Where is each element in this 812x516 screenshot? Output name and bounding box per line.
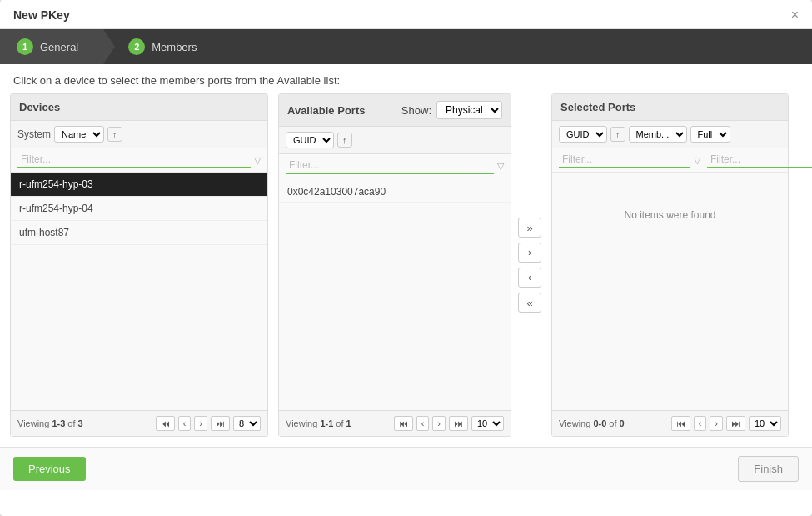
sel-last-page-btn[interactable]: ⏭ bbox=[726, 416, 745, 431]
selected-filter-input-2[interactable] bbox=[707, 152, 812, 168]
available-panel-header: Available Ports Show: Physical bbox=[279, 94, 511, 127]
selected-panel: Selected Ports GUID ↑ Memb... Full bbox=[551, 93, 789, 437]
memb-value-select[interactable]: Full bbox=[690, 126, 730, 143]
panels-wrapper: Devices System Name ↑ ▽ r-ufm254-hyp-03 … bbox=[0, 93, 812, 447]
selected-total: 0 bbox=[620, 418, 625, 428]
modal-title: New PKey bbox=[13, 8, 70, 22]
available-filter-icon[interactable]: ▽ bbox=[497, 161, 504, 172]
step-members[interactable]: 2 Members bbox=[103, 29, 213, 64]
avail-last-page-btn[interactable]: ⏭ bbox=[449, 416, 468, 431]
show-control: Show: Physical bbox=[401, 101, 502, 119]
modal-footer: Previous Finish bbox=[0, 447, 812, 490]
system-col-select[interactable]: Name bbox=[54, 126, 104, 143]
modal-header: New PKey × bbox=[0, 0, 812, 29]
selected-panel-body: GUID ↑ Memb... Full ▽ ▽ bbox=[552, 121, 788, 410]
prev-page-btn[interactable]: ‹ bbox=[178, 416, 192, 431]
selected-filter-input-1[interactable] bbox=[559, 152, 690, 168]
steps-bar: 1 General 2 Members bbox=[0, 29, 812, 64]
no-items-text: No items were found bbox=[552, 209, 788, 221]
available-range: 1-1 bbox=[320, 418, 333, 428]
available-page-size[interactable]: 10 bbox=[471, 416, 504, 431]
step1-number: 1 bbox=[17, 38, 33, 55]
devices-panel-title: Devices bbox=[19, 101, 60, 113]
first-page-btn[interactable]: ⏮ bbox=[156, 416, 175, 431]
devices-total: 3 bbox=[78, 418, 83, 428]
available-filter-input[interactable] bbox=[286, 158, 494, 174]
selected-panel-header: Selected Ports bbox=[552, 94, 788, 121]
available-of: of bbox=[333, 418, 346, 428]
selected-panel-title: Selected Ports bbox=[560, 101, 635, 113]
device-list: r-ufm254-hyp-03 r-ufm254-hyp-04 ufm-host… bbox=[11, 173, 267, 410]
move-left-btn[interactable]: ‹ bbox=[518, 268, 541, 288]
available-panel-title: Available Ports bbox=[287, 104, 365, 117]
step2-number: 2 bbox=[128, 38, 145, 55]
previous-button[interactable]: Previous bbox=[13, 457, 86, 481]
step1-arrow bbox=[103, 29, 115, 64]
selected-of: of bbox=[606, 418, 619, 428]
finish-button[interactable]: Finish bbox=[738, 456, 799, 482]
devices-filter-row: ▽ bbox=[11, 148, 267, 173]
sel-prev-page-btn[interactable]: ‹ bbox=[694, 416, 707, 431]
move-all-right-btn[interactable]: » bbox=[518, 218, 541, 238]
selected-col-select[interactable]: GUID bbox=[559, 126, 607, 143]
selected-panel-footer: Viewing 0-0 of 0 ⏮ ‹ › ⏭ 10 bbox=[552, 410, 788, 436]
modal: New PKey × 1 General 2 Members Click on … bbox=[0, 0, 812, 516]
selected-viewing-label: Viewing 0-0 of 0 bbox=[559, 418, 625, 428]
selected-range: 0-0 bbox=[593, 418, 606, 428]
selected-filter-row: ▽ ▽ bbox=[552, 148, 788, 173]
show-dropdown[interactable]: Physical bbox=[436, 101, 502, 119]
device-item[interactable]: r-ufm254-hyp-03 bbox=[11, 173, 267, 197]
devices-panel-header: Devices bbox=[11, 94, 267, 121]
transfer-buttons: » › ‹ « bbox=[511, 218, 548, 313]
available-panel-body: GUID ↑ ▽ 0x0c42a103007aca90 bbox=[279, 127, 511, 410]
avail-first-page-btn[interactable]: ⏮ bbox=[394, 416, 413, 431]
devices-toolbar: System Name ↑ bbox=[11, 121, 267, 148]
selected-page-size[interactable]: 10 bbox=[749, 416, 781, 431]
step-general[interactable]: 1 General bbox=[0, 29, 103, 64]
devices-range: 1-3 bbox=[52, 418, 65, 428]
devices-filter-input[interactable] bbox=[17, 152, 251, 168]
devices-filter-icon[interactable]: ▽ bbox=[254, 155, 261, 166]
devices-viewing-label: Viewing 1-3 of 3 bbox=[17, 418, 83, 428]
selected-sort-btn[interactable]: ↑ bbox=[610, 127, 625, 142]
step1-label: General bbox=[40, 41, 78, 53]
devices-panel-body: System Name ↑ ▽ r-ufm254-hyp-03 r-ufm254… bbox=[11, 121, 267, 410]
sel-first-page-btn[interactable]: ⏮ bbox=[671, 416, 690, 431]
available-col-select[interactable]: GUID bbox=[286, 132, 334, 148]
selected-port-list: No items were found bbox=[552, 173, 788, 410]
available-filter-row: ▽ bbox=[279, 154, 511, 178]
device-item[interactable]: ufm-host87 bbox=[11, 221, 267, 245]
info-text: Click on a device to select the members … bbox=[0, 64, 812, 93]
available-panel: Available Ports Show: Physical GUID ↑ bbox=[278, 93, 511, 437]
selected-toolbar: GUID ↑ Memb... Full bbox=[552, 121, 788, 148]
sort-asc-btn[interactable]: ↑ bbox=[107, 127, 122, 142]
system-label: System bbox=[17, 128, 51, 140]
device-item[interactable]: r-ufm254-hyp-04 bbox=[11, 197, 267, 221]
next-page-btn[interactable]: › bbox=[194, 416, 207, 431]
move-all-left-btn[interactable]: « bbox=[518, 293, 541, 313]
memb-select[interactable]: Memb... bbox=[629, 126, 687, 143]
devices-panel: Devices System Name ↑ ▽ r-ufm254-hyp-03 … bbox=[10, 93, 268, 437]
step2-label: Members bbox=[152, 41, 197, 53]
move-right-btn[interactable]: › bbox=[518, 243, 541, 263]
devices-of: of bbox=[65, 418, 77, 428]
avail-prev-page-btn[interactable]: ‹ bbox=[416, 416, 430, 431]
devices-page-size[interactable]: 8 bbox=[233, 416, 261, 431]
available-sort-btn[interactable]: ↑ bbox=[337, 133, 352, 148]
last-page-btn[interactable]: ⏭ bbox=[211, 416, 230, 431]
sel-next-page-btn[interactable]: › bbox=[710, 416, 723, 431]
devices-panel-footer: Viewing 1-3 of 3 ⏮ ‹ › ⏭ 8 bbox=[11, 410, 267, 436]
avail-next-page-btn[interactable]: › bbox=[432, 416, 446, 431]
available-toolbar: GUID ↑ bbox=[279, 127, 511, 154]
available-panel-footer: Viewing 1-1 of 1 ⏮ ‹ › ⏭ 10 bbox=[279, 410, 511, 436]
port-item[interactable]: 0x0c42a103007aca90 bbox=[279, 182, 511, 203]
available-viewing-label: Viewing 1-1 of 1 bbox=[286, 418, 351, 428]
selected-filter-icon-1[interactable]: ▽ bbox=[694, 155, 700, 166]
available-total: 1 bbox=[346, 418, 351, 428]
show-label: Show: bbox=[401, 104, 431, 117]
close-button[interactable]: × bbox=[791, 8, 799, 22]
available-port-list: 0x0c42a103007aca90 bbox=[279, 178, 511, 410]
